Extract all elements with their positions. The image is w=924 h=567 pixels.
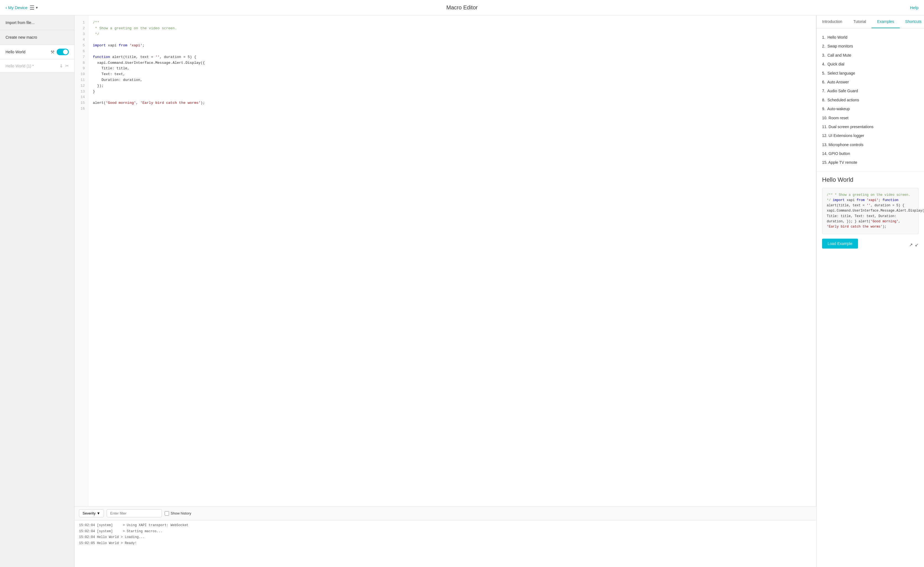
examples-ol: 1. Hello World 2. Swap monitors 3. Call … — [822, 33, 918, 167]
create-macro-button[interactable]: Create new macro — [0, 30, 74, 45]
hello-world-title: Hello World — [822, 176, 918, 183]
tab-shortcuts[interactable]: Shortcuts — [900, 15, 924, 28]
menu-button[interactable]: ☰ ▼ — [30, 4, 38, 11]
show-history-text: Show history — [171, 511, 191, 515]
severity-label: Severity — [82, 511, 96, 515]
show-history-checkbox[interactable] — [165, 511, 169, 516]
expand-icon[interactable]: ↗ — [909, 242, 913, 248]
macro-item[interactable]: Hello World ⚒ — [0, 45, 74, 59]
expand-icons: ↗ ↙ — [909, 242, 918, 248]
list-item[interactable]: 11. Dual screen presentations — [822, 122, 918, 131]
log-area: Severity ▼ Show history 15:02:04 [system… — [75, 506, 816, 567]
load-example-button[interactable]: Load Example — [822, 238, 858, 249]
show-history-label[interactable]: Show history — [165, 511, 191, 516]
log-content: 15:02:04 [system] > Using XAPI transport… — [75, 520, 816, 567]
back-button[interactable]: ‹ My Device — [6, 5, 27, 10]
list-item[interactable]: 10. Room reset — [822, 114, 918, 122]
macro-item-draft[interactable]: Hello World (1) * ⇓ ✂ — [0, 59, 74, 73]
list-item[interactable]: 5. Select language — [822, 69, 918, 78]
tab-examples[interactable]: Examples — [872, 15, 899, 28]
code-block: /** * Show a greeting on the video scree… — [822, 188, 918, 234]
editor-area: 12345 678910 1112131415 16 /** * Show a … — [75, 15, 816, 567]
list-item[interactable]: 8. Scheduled actions — [822, 96, 918, 104]
list-item[interactable]: 4. Quick dial — [822, 60, 918, 69]
log-line: 15:02:05 Hello World > Ready! — [79, 540, 812, 547]
severity-dropdown-icon: ▼ — [97, 511, 100, 515]
macro-delete-icon[interactable]: ✂ — [65, 63, 69, 69]
list-item[interactable]: 9. Auto-wakeup — [822, 104, 918, 113]
topbar-right: Help — [910, 5, 918, 10]
page-title: Macro Editor — [446, 4, 478, 11]
list-item[interactable]: 14. GPIO button — [822, 149, 918, 158]
menu-icon: ☰ — [30, 4, 34, 11]
import-button[interactable]: Import from file... — [0, 15, 74, 30]
topbar-left: ‹ My Device ☰ ▼ — [6, 4, 38, 11]
sidebar: Import from file... Create new macro Hel… — [0, 15, 75, 567]
filter-input[interactable] — [106, 509, 162, 517]
tab-introduction[interactable]: Introduction — [816, 15, 848, 28]
load-row: Load Example ↗ ↙ — [822, 238, 918, 249]
macro-name-draft: Hello World (1) * — [6, 64, 34, 68]
macro-settings-icon[interactable]: ⚒ — [51, 50, 54, 55]
tab-tutorial[interactable]: Tutorial — [848, 15, 872, 28]
code-editor[interactable]: 12345 678910 1112131415 16 /** * Show a … — [75, 15, 816, 506]
back-label: My Device — [8, 5, 27, 10]
macro-name: Hello World — [6, 50, 26, 54]
list-item[interactable]: 3. Call and Mute — [822, 51, 918, 60]
list-item[interactable]: 7. Audio Safe Guard — [822, 87, 918, 95]
macro-actions: ⚒ — [51, 49, 69, 55]
log-line: 15:02:04 [system] > Starting macros... — [79, 529, 812, 535]
line-numbers: 12345 678910 1112131415 16 — [75, 15, 88, 506]
list-item[interactable]: 15. Apple TV remote — [822, 158, 918, 167]
hello-world-section: Hello World /** * Show a greeting on the… — [816, 171, 924, 253]
back-arrow-icon: ‹ — [6, 5, 7, 10]
main-layout: Import from file... Create new macro Hel… — [0, 15, 924, 567]
list-item[interactable]: 12. UI Extensions logger — [822, 131, 918, 140]
collapse-icon[interactable]: ↙ — [915, 242, 918, 248]
examples-list: 1. Hello World 2. Swap monitors 3. Call … — [816, 28, 924, 171]
list-item[interactable]: 6. Auto Answer — [822, 78, 918, 87]
log-line: 15:02:04 Hello World > Loading... — [79, 534, 812, 540]
list-item[interactable]: 2. Swap monitors — [822, 42, 918, 51]
log-toolbar: Severity ▼ Show history — [75, 507, 816, 520]
code-content[interactable]: /** * Show a greeting on the video scree… — [88, 15, 816, 506]
list-item[interactable]: 1. Hello World — [822, 33, 918, 42]
macro-save-icon[interactable]: ⇓ — [59, 63, 63, 69]
list-item[interactable]: 13. Microphone controls — [822, 140, 918, 149]
macro-toggle[interactable] — [57, 49, 69, 55]
topbar: ‹ My Device ☰ ▼ Macro Editor Help — [0, 0, 924, 15]
help-button[interactable]: Help — [910, 5, 918, 10]
log-line: 15:02:04 [system] > Using XAPI transport… — [79, 522, 812, 529]
menu-dropdown-icon: ▼ — [35, 6, 38, 10]
severity-button[interactable]: Severity ▼ — [79, 509, 104, 517]
right-tabs: Introduction Tutorial Examples Shortcuts — [816, 15, 924, 28]
right-panel: Introduction Tutorial Examples Shortcuts… — [816, 15, 924, 567]
toggle-slider — [57, 49, 69, 55]
macro-draft-actions: ⇓ ✂ — [59, 63, 69, 69]
